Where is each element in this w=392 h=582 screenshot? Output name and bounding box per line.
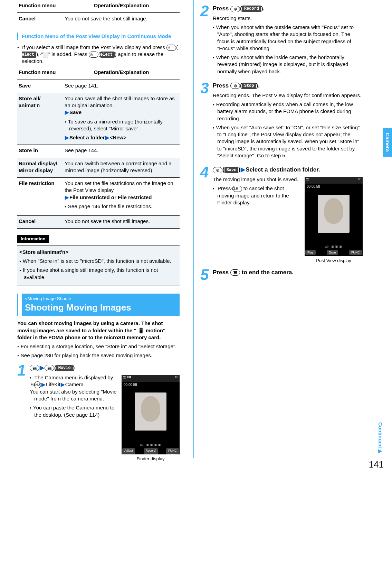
table1-row0-desc: You do not save the shot still image. — [63, 13, 180, 26]
t2-filerest-desc: You can set the file restrictions on the… — [63, 178, 180, 216]
select-softkey: Select — [100, 52, 115, 58]
table1-head-c1: Function menu — [17, 0, 63, 13]
t2-save-fn: Save — [17, 80, 63, 93]
t2-storeall-desc: You can save all the shot still images t… — [63, 93, 180, 145]
information-box: <Store all/animat'n> When "Store in" is … — [17, 246, 180, 286]
arrow-icon: ▶ — [65, 194, 69, 200]
step3-d1: Recording ends. The Post View display fo… — [213, 92, 363, 99]
table1-row0-fn: Cancel — [17, 13, 63, 26]
postview-intro: If you select a still image from the Pos… — [17, 44, 180, 65]
step-2-num: 2 — [200, 3, 213, 77]
function-menu-table-1: Function menu Operation/Explanation Canc… — [17, 0, 180, 26]
continued-indicator: Continued▶ — [377, 422, 384, 454]
step-2: 2 Press ◎(Record). Recording starts. Whe… — [200, 3, 363, 77]
arrow-icon: ▶ — [105, 135, 109, 140]
side-tab-camera: Camera — [383, 128, 392, 157]
t2-save-desc: See page 141. — [63, 80, 180, 93]
column-divider — [193, 0, 194, 458]
t2-storein-desc: See page 144. — [63, 145, 180, 158]
step3-b1: Recording automatically ends when a call… — [213, 101, 363, 122]
finder-caption: Finder display — [122, 456, 180, 462]
step3-b2: When you set "Auto save set" to "ON", or… — [213, 124, 363, 159]
t2-cancel-fn: Cancel — [17, 216, 63, 229]
subhead-postview: Function Menu of the Post View Display i… — [17, 33, 180, 40]
table1-head-c2: Operation/Explanation — [63, 0, 180, 13]
moving-head-main: Shooting Moving Images — [25, 302, 177, 314]
moving-b2: See page 280 for playing back the saved … — [17, 352, 180, 359]
step1-b1: The Camera menu is displayed by MENU▶Lif… — [30, 374, 118, 403]
arrow-icon: ▶ — [65, 135, 69, 140]
stop-softkey: Stop — [242, 83, 256, 89]
finder-display-figure: 📷 ▮▮▮AF 00:00:59 ±0 ▣ ▣ ▣ ▣ Adjust Recor… — [122, 372, 180, 462]
select-softkey: Select — [22, 52, 36, 58]
t2-mirror-fn: Normal display/ Mirror display — [17, 158, 63, 178]
step4-b1: Press CLR to cancel the shot moving imag… — [213, 185, 301, 206]
camera-key-icon: 📷 — [30, 365, 39, 371]
step-3-num: 3 — [200, 81, 213, 161]
table2-head-c2: Operation/Explanation — [63, 67, 180, 80]
step-1-num: 1 — [17, 363, 30, 462]
clr-key-icon: CLR — [232, 186, 242, 192]
step-1: 1 📷▶📷(Movie) The Camera menu is displaye… — [17, 363, 180, 462]
step1-b2: You can paste the Camera menu to the des… — [30, 404, 118, 418]
t2-mirror-desc: You can switch between a correct image a… — [63, 158, 180, 178]
step2-b2: When you shoot with the inside camera, t… — [213, 54, 363, 75]
record-softkey: Record — [242, 6, 261, 12]
info-title: <Store all/animat'n> — [19, 249, 68, 255]
step-5: 5 Press ☎ to end the camera. — [200, 267, 363, 283]
postview-display-figure: 📷AF 00:00:58 ±0 ▣ ▣ ▣ Play Save FUNC — [305, 174, 363, 264]
step4-d1: The moving image you shot is saved. — [213, 176, 301, 183]
arrow-icon: ▶ — [41, 381, 46, 387]
moving-intro: You can shoot moving images by using a c… — [17, 320, 180, 341]
information-label: Information — [17, 235, 49, 243]
step-4: 4 ◎(Save)▶Select a destination folder. T… — [200, 165, 363, 264]
step-3: 3 Press ◎(Stop). Recording ends. The Pos… — [200, 81, 363, 161]
moving-b1: For selecting a storage location, see "S… — [17, 343, 180, 350]
t2-storein-fn: Store in — [17, 145, 63, 158]
t2-storeall-fn: Store all/ animat'n — [17, 93, 63, 145]
center-key-icon: ◎ — [213, 167, 222, 173]
end-call-key-icon: ☎ — [230, 269, 240, 276]
t2-cancel-desc: You do not save the shot still images. — [63, 216, 180, 229]
camera-key-icon: 📷 — [45, 365, 54, 371]
arrow-icon: ▶ — [40, 364, 44, 371]
step-4-num: 4 — [200, 165, 213, 264]
section-header-moving-images: <Moving Image Shoot> Shooting Moving Ima… — [17, 294, 180, 316]
info-b2: If you have shot a single still image on… — [19, 267, 178, 281]
function-menu-table-2: Function menu Operation/Explanation Save… — [17, 67, 180, 229]
moving-head-sub: <Moving Image Shoot> — [25, 296, 177, 302]
center-key-icon: ◎ — [230, 83, 240, 89]
step2-b1: When you shoot with the outside camera w… — [213, 24, 363, 52]
arrow-icon: ▶ — [61, 381, 65, 387]
arrow-icon: ▶ — [65, 109, 69, 115]
arrow-icon: ▶ — [241, 166, 245, 173]
step-5-num: 5 — [200, 267, 213, 283]
movie-softkey: Movie — [56, 365, 73, 371]
checkmark-icon — [43, 52, 48, 57]
info-b1: When "Store in" is set to "microSD", thi… — [19, 258, 178, 265]
table2-head-c1: Function menu — [17, 67, 63, 80]
center-key-icon: ◎ — [230, 6, 240, 12]
step2-d1: Recording starts. — [213, 15, 363, 22]
save-softkey: Save — [224, 167, 239, 173]
center-key-icon: ◎ — [89, 52, 98, 58]
center-key-icon: ◎ — [166, 45, 176, 51]
page-number: 141 — [369, 459, 384, 471]
t2-filerest-fn: File restriction — [17, 178, 63, 216]
postview-caption: Post View display — [305, 258, 363, 264]
menu-key-icon: MENU — [34, 381, 41, 388]
